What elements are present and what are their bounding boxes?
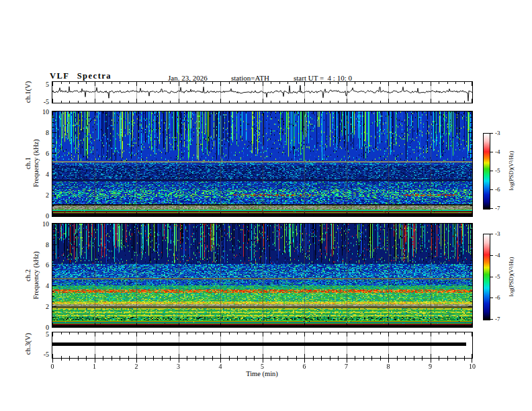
vlf-spectra-figure: VLF Spectra Jan. 23, 2026 station=ATH st… <box>0 0 532 411</box>
ch2-spec-ytick: 6 <box>46 261 49 269</box>
time-tick-label: 8 <box>387 363 390 370</box>
ch2-axis-frequency: Frequency (kHz) <box>32 251 40 299</box>
colorbar-ch1-gradient <box>483 133 490 210</box>
colorbar-ch2-gradient <box>483 234 490 320</box>
colorbar-tick <box>490 152 493 152</box>
colorbar-tick <box>490 234 493 234</box>
colorbar-ch1: log(PSD)(V²/Hz) -3-4-5-6-7 <box>483 133 530 208</box>
colorbar-tick-label: -4 <box>495 252 500 259</box>
colorbar-tick <box>490 255 493 256</box>
ch1-spectrogram-panel <box>52 111 473 217</box>
time-tick-label: 4 <box>219 363 222 370</box>
ch1-spec-ytick: 0 <box>46 212 49 220</box>
ch1-wave-ytick: 5 <box>46 81 49 88</box>
ch2-axis-channel: ch.2 <box>24 251 32 299</box>
ch2-spec-ytick: 4 <box>46 282 49 289</box>
time-tick-label: 1 <box>93 363 96 370</box>
time-axis-label: Time (min) <box>246 370 278 377</box>
colorbar-tick-label: -3 <box>495 230 500 237</box>
ch1-waveform-panel <box>52 81 473 103</box>
colorbar-tick-label: -6 <box>495 186 500 193</box>
colorbar-tick <box>490 133 493 134</box>
colorbar-tick-label: -7 <box>495 316 500 322</box>
ch2-spec-ytick: 2 <box>46 302 49 310</box>
ch3-voltage-axis-label: ch.3(V) <box>24 333 32 355</box>
colorbar-tick-label: -5 <box>495 273 500 280</box>
ch1-axis-frequency: Frequency (kHz) <box>32 139 40 187</box>
ch1-spec-ytick: 8 <box>46 129 49 136</box>
colorbar-tick <box>490 319 493 320</box>
time-tick-label: 9 <box>429 363 432 370</box>
ch3-wave-ytick: -5 <box>44 351 49 358</box>
ch1-wave-ytick: -5 <box>44 98 49 105</box>
colorbar-tick <box>490 298 493 298</box>
ch1-axis-channel: ch.1 <box>24 139 32 187</box>
colorbar-tick-label: -7 <box>495 205 500 212</box>
figure-title: VLF Spectra <box>50 71 112 81</box>
time-tick-label: 7 <box>345 363 348 370</box>
ch3-wave-ytick: 5 <box>46 330 49 338</box>
time-tick-label: 6 <box>303 363 306 370</box>
colorbar-ch1-unit-label: log(PSD)(V²/Hz) <box>508 151 515 191</box>
colorbar-tick <box>490 189 493 190</box>
colorbar-tick <box>490 208 493 209</box>
ch2-spec-ytick: 0 <box>46 323 49 330</box>
colorbar-tick-label: -4 <box>495 148 500 155</box>
colorbar-ch2-unit-label: log(PSD)(V²/Hz) <box>508 257 515 296</box>
colorbar-ch2: log(PSD)(V²/Hz) -3-4-5-6-7 <box>483 234 530 319</box>
colorbar-tick-label: -6 <box>495 294 500 301</box>
ch1-spec-ytick: 2 <box>46 191 49 199</box>
ch1-frequency-axis-label: ch.1 Frequency (kHz) <box>24 139 40 187</box>
ch3-waveform-panel <box>52 332 473 359</box>
colorbar-tick <box>490 171 493 171</box>
ch1-spec-ytick: 4 <box>46 171 49 178</box>
ch1-voltage-axis-label: ch.1(V) <box>24 81 32 103</box>
time-tick-label: 5 <box>261 363 264 370</box>
ch2-spec-ytick: 10 <box>42 220 49 228</box>
time-tick-label: 3 <box>177 363 180 370</box>
ch1-spec-ytick: 10 <box>42 108 49 116</box>
ch2-spec-ytick: 8 <box>46 240 49 248</box>
ch1-spec-ytick: 6 <box>46 150 49 157</box>
ch2-frequency-axis-label: ch.2 Frequency (kHz) <box>24 251 40 299</box>
time-tick-label: 0 <box>51 363 54 370</box>
colorbar-tick-label: -5 <box>495 167 500 174</box>
time-tick-label: 10 <box>469 363 476 370</box>
time-tick-label: 2 <box>135 363 138 370</box>
colorbar-tick-label: -3 <box>495 130 500 136</box>
ch2-spectrogram-panel <box>52 223 473 328</box>
colorbar-tick <box>490 277 493 277</box>
